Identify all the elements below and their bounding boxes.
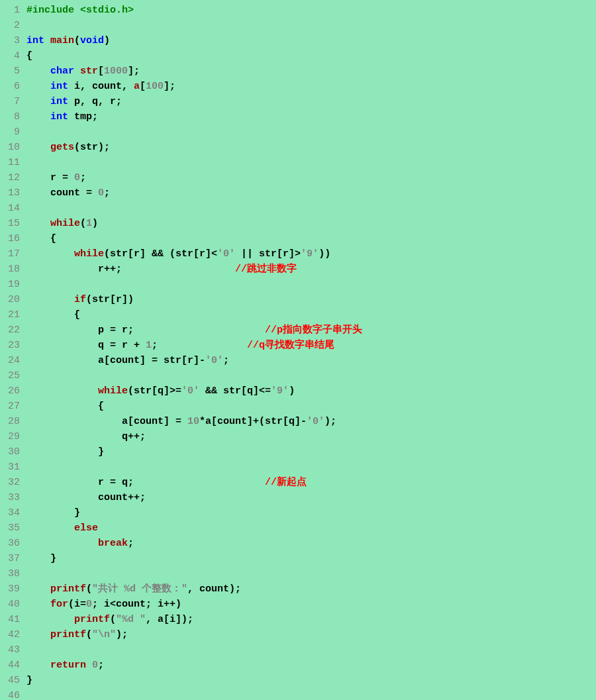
token-pun: ;: [223, 355, 229, 366]
line-number: 19: [0, 277, 26, 292]
token-fn: return: [50, 660, 86, 671]
token-kw: int: [50, 111, 68, 123]
code-content: break;: [26, 536, 596, 551]
line-number: 20: [0, 292, 26, 307]
code-content: {: [26, 399, 596, 414]
token-id: *a[count]+(str[q]-: [199, 416, 307, 427]
token-kw: int: [26, 35, 44, 46]
code-block: 1#include <stdio.h>23int main(void)4{5 c…: [0, 0, 596, 700]
token-num: 100: [146, 81, 164, 92]
token-pun: (: [74, 35, 80, 46]
code-line: 3int main(void): [0, 33, 596, 48]
token-id: [26, 538, 98, 549]
code-line: 18 r++; //跳过非数字: [0, 262, 596, 277]
code-content: q++;: [26, 429, 596, 444]
token-str: "共计 %d 个整数：": [92, 583, 187, 595]
token-pun: , a[i]);: [146, 614, 193, 625]
token-pp: #include <stdio.h>: [26, 5, 134, 16]
token-fn: printf: [74, 614, 110, 625]
code-line: 43: [0, 642, 596, 658]
token-id: p, q, r;: [68, 96, 122, 107]
token-cmt: //q寻找数字串结尾: [247, 340, 334, 351]
line-number: 29: [0, 429, 26, 444]
token-pun: (str[r]): [86, 294, 134, 305]
token-kw: int: [50, 96, 68, 107]
token-pun: )): [319, 248, 330, 260]
code-content: int i, count, a[100];: [26, 79, 596, 94]
token-str: '0': [217, 248, 235, 260]
code-content: a[count] = 10*a[count]+(str[q]-'0');: [26, 414, 596, 429]
code-content: [26, 566, 596, 581]
line-number: 4: [0, 48, 26, 64]
line-number: 21: [0, 307, 26, 323]
code-line: 9: [0, 125, 596, 140]
token-id: [26, 583, 50, 595]
token-kw: void: [80, 35, 104, 46]
line-number: 33: [0, 490, 26, 505]
token-id: [86, 660, 92, 671]
code-content: {: [26, 231, 596, 246]
code-line: 28 a[count] = 10*a[count]+(str[q]-'0');: [0, 414, 596, 429]
line-number: 8: [0, 109, 26, 125]
token-pun: {: [26, 50, 32, 62]
token-fn: else: [74, 523, 98, 534]
code-content: int main(void): [26, 33, 596, 48]
token-pun: ): [104, 35, 110, 46]
token-fn: while: [98, 385, 128, 397]
line-number: 7: [0, 94, 26, 109]
code-line: 25: [0, 368, 596, 383]
token-id: [26, 614, 74, 625]
token-pun: }: [26, 675, 32, 686]
line-number: 13: [0, 185, 26, 201]
token-id: q = r +: [26, 340, 146, 351]
token-cmt: //p指向数字子串开头: [265, 325, 362, 336]
code-line: 39 printf("共计 %d 个整数：", count);: [0, 581, 596, 597]
code-content: char str[1000];: [26, 64, 596, 79]
code-line: 12 r = 0;: [0, 170, 596, 185]
line-number: 10: [0, 140, 26, 155]
line-number: 1: [0, 3, 26, 18]
code-content: [26, 368, 596, 383]
line-number: 17: [0, 246, 26, 262]
code-line: 15 while(1): [0, 216, 596, 231]
token-id: }: [26, 507, 80, 519]
line-number: 34: [0, 505, 26, 521]
line-number: 43: [0, 642, 26, 658]
code-line: 30 }: [0, 444, 596, 460]
token-id: r++;: [26, 264, 235, 275]
token-pun: );: [116, 629, 128, 640]
code-line: 31: [0, 460, 596, 475]
code-line: 26 while(str[q]>='0' && str[q]<='9'): [0, 383, 596, 399]
line-number: 2: [0, 18, 26, 33]
token-pun: , count);: [187, 583, 241, 595]
token-id: [26, 629, 50, 640]
token-pun: ): [92, 218, 98, 229]
code-content: while(str[q]>='0' && str[q]<='9'): [26, 383, 596, 399]
code-line: 21 {: [0, 307, 596, 323]
code-line: 19: [0, 277, 596, 292]
line-number: 38: [0, 566, 26, 581]
token-pun: [: [140, 81, 146, 92]
line-number: 9: [0, 125, 26, 140]
line-number: 40: [0, 597, 26, 612]
token-pun: ): [289, 385, 295, 397]
line-number: 11: [0, 155, 26, 170]
token-pun: ;: [80, 172, 86, 183]
code-line: 32 r = q; //新起点: [0, 475, 596, 490]
token-id: [26, 599, 50, 610]
code-line: 20 if(str[r]): [0, 292, 596, 307]
line-number: 37: [0, 551, 26, 566]
code-content: [26, 18, 596, 33]
token-id: [26, 218, 50, 229]
token-fn: if: [74, 294, 86, 305]
token-pun: ];: [128, 66, 140, 77]
token-id: count++;: [26, 492, 146, 503]
code-content: [26, 642, 596, 658]
line-number: 15: [0, 216, 26, 231]
token-fn: for: [50, 599, 68, 610]
code-line: 17 while(str[r] && (str[r]<'0' || str[r]…: [0, 246, 596, 262]
code-content: count = 0;: [26, 185, 596, 201]
code-line: 41 printf("%d ", a[i]);: [0, 612, 596, 627]
code-line: 6 int i, count, a[100];: [0, 79, 596, 94]
line-number: 42: [0, 627, 26, 642]
